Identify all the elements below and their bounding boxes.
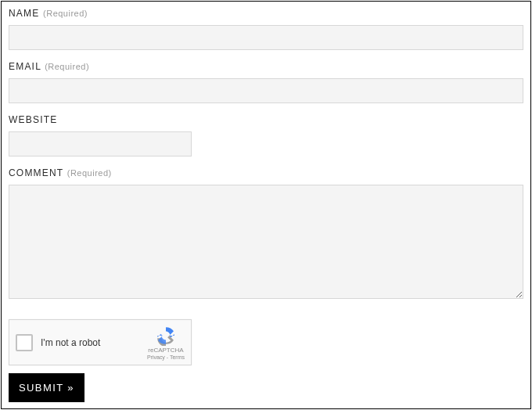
name-field-group: NAME (Required) xyxy=(9,8,523,50)
email-label-row: EMAIL (Required) xyxy=(9,61,523,72)
email-input[interactable] xyxy=(9,78,523,103)
recaptcha-label: I'm not a robot xyxy=(41,337,147,348)
name-required-hint: (Required) xyxy=(43,9,88,18)
website-field-group: WEBSITE xyxy=(9,114,523,156)
submit-button[interactable]: SUBMIT » xyxy=(9,373,84,402)
name-label-row: NAME (Required) xyxy=(9,8,523,19)
recaptcha-brand: reCAPTCHA Privacy - Terms xyxy=(147,325,185,360)
comment-textarea[interactable] xyxy=(9,185,523,299)
comment-form: NAME (Required) EMAIL (Required) WEBSITE… xyxy=(1,1,531,409)
recaptcha-links[interactable]: Privacy - Terms xyxy=(147,354,185,360)
comment-required-hint: (Required) xyxy=(67,168,112,178)
recaptcha-icon xyxy=(156,325,176,346)
website-input[interactable] xyxy=(9,131,192,156)
recaptcha-widget: I'm not a robot reCAPTCHA Privacy - Term… xyxy=(9,319,192,365)
recaptcha-brand-text: reCAPTCHA xyxy=(148,347,183,354)
email-label: EMAIL xyxy=(9,61,41,72)
email-field-group: EMAIL (Required) xyxy=(9,61,523,103)
comment-label: COMMENT xyxy=(9,167,63,178)
comment-field-group: COMMENT (Required) xyxy=(9,167,523,302)
recaptcha-checkbox[interactable] xyxy=(16,334,33,351)
website-label-row: WEBSITE xyxy=(9,114,523,125)
comment-label-row: COMMENT (Required) xyxy=(9,167,523,178)
name-label: NAME xyxy=(9,8,39,19)
name-input[interactable] xyxy=(9,25,523,50)
email-required-hint: (Required) xyxy=(45,62,89,71)
website-label: WEBSITE xyxy=(9,114,57,125)
